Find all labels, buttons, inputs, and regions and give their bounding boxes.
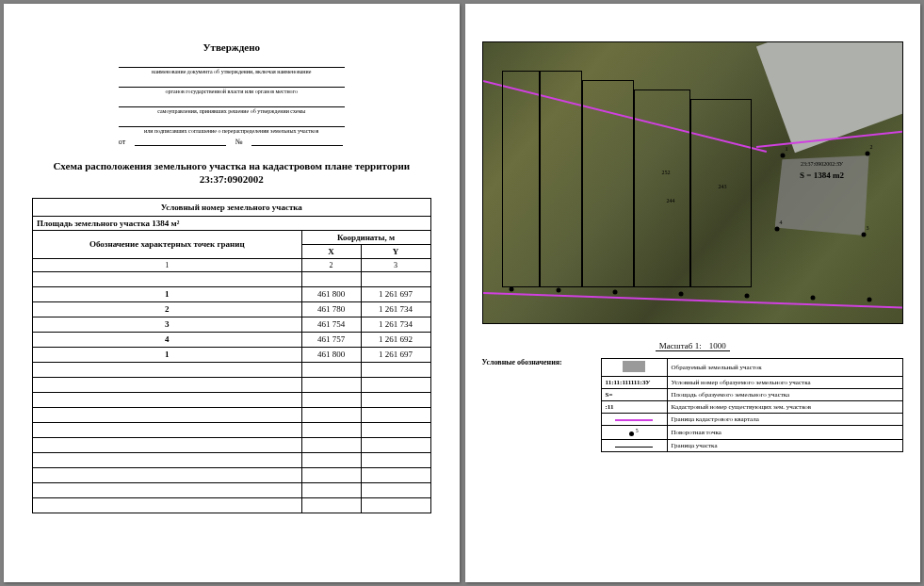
legend-row: Граница кадастрового квартала: [601, 414, 902, 426]
page-1: Утверждено наименование документа об утв…: [4, 4, 460, 582]
approval-no: №: [235, 138, 243, 146]
table-row: [33, 497, 431, 513]
table-row: [33, 407, 431, 422]
legend-text: Площадь образуемого земельного участка: [667, 389, 902, 401]
coords-table: Условный номер земельного участка Площад…: [32, 198, 431, 513]
legend-text: Образуемый земельный участок: [667, 359, 902, 377]
scale-value: 1000: [705, 341, 730, 351]
table-row: [33, 377, 431, 392]
table-row: 1461 8001 261 697: [33, 286, 431, 301]
table-row: [33, 392, 431, 407]
table-area: Площадь земельного участка 1384 м²: [33, 216, 431, 230]
legend-text: Кадастровый номер существующих зем. учас…: [667, 401, 902, 414]
legend-text: Условный номер образуемого земельного уч…: [667, 377, 902, 389]
legend-magenta-line-icon: [615, 419, 653, 421]
legend-black-line-icon: [615, 447, 653, 448]
approval-block: Утверждено наименование документа об утв…: [119, 41, 345, 146]
legend-table: Образуемый земельный участок11:11:111111…: [601, 358, 903, 452]
approval-cap-2: органов государственной власти или орган…: [119, 89, 345, 94]
subcol-2: 2: [301, 258, 361, 271]
approval-header: Утверждено: [119, 41, 345, 53]
table-row: 3461 7541 261 734: [33, 317, 431, 332]
approval-cap-4: или подписавших соглашение о перераспред…: [119, 128, 345, 134]
table-row: [33, 362, 431, 377]
legend-box-icon: [623, 361, 645, 372]
parcel-label: 243: [719, 184, 727, 189]
col-x: X: [301, 244, 361, 258]
legend-row: Граница участка: [601, 440, 902, 452]
subcol-3: 3: [361, 258, 430, 271]
parcel-label: 244: [667, 198, 675, 203]
legend-text: Граница участка: [667, 440, 902, 452]
table-row: [33, 437, 431, 452]
col-point: Обозначение характерных точек границ: [33, 230, 302, 258]
new-parcel-area: S = 1384 m2: [775, 171, 869, 180]
table-row: 2461 7801 261 734: [33, 301, 431, 317]
new-parcel-code: 23:37:0902002:ЗУ: [775, 161, 869, 167]
parcel-label: 252: [662, 170, 671, 175]
table-row: 4461 7571 261 692: [33, 332, 431, 347]
col-coords: Координаты, м: [301, 230, 430, 244]
table-row: [33, 422, 431, 437]
approval-from: от: [119, 138, 125, 146]
approval-cap-1: наименование документа об утверждении, в…: [119, 69, 345, 74]
legend-row: 11:11:111111:ЗУУсловный номер образуемог…: [601, 377, 902, 389]
new-parcel: 23:37:0902002:ЗУ S = 1384 m2: [775, 155, 869, 236]
table-row: 1461 8001 261 697: [33, 347, 431, 362]
table-row: [33, 452, 431, 467]
map-frame: 252 243 244 23:37:0902002:ЗУ S = 1384 m2…: [482, 41, 903, 324]
subcol-1: 1: [33, 258, 302, 271]
approval-cap-3: самоуправления, принявших решение об утв…: [119, 108, 345, 114]
legend-text: Поворотная точка: [667, 426, 902, 440]
table-row: [33, 467, 431, 482]
page-2: 252 243 244 23:37:0902002:ЗУ S = 1384 m2…: [465, 4, 920, 582]
col-y: Y: [361, 244, 430, 258]
table-header: Условный номер земельного участка: [33, 198, 431, 216]
coords-body: 1461 8001 261 6972461 7801 261 7343461 7…: [33, 271, 431, 513]
legend-row: Образуемый земельный участок: [601, 359, 902, 377]
legend-row: :11Кадастровый номер существующих зем. у…: [601, 401, 902, 414]
legend-text: Граница кадастрового квартала: [667, 414, 902, 426]
scale-prefix: Масштаб 1:: [656, 341, 705, 351]
document-title: Схема расположения земельного участка на…: [32, 159, 431, 187]
legend-row: 5Поворотная точка: [601, 426, 902, 440]
scale-label: Масштаб 1:1000: [482, 341, 903, 350]
legend-row: S=Площадь образуемого земельного участка: [601, 389, 902, 401]
table-row: [33, 482, 431, 497]
legend-title: Условные обозначения:: [482, 358, 595, 452]
legend: Условные обозначения: Образуемый земельн…: [482, 358, 903, 452]
